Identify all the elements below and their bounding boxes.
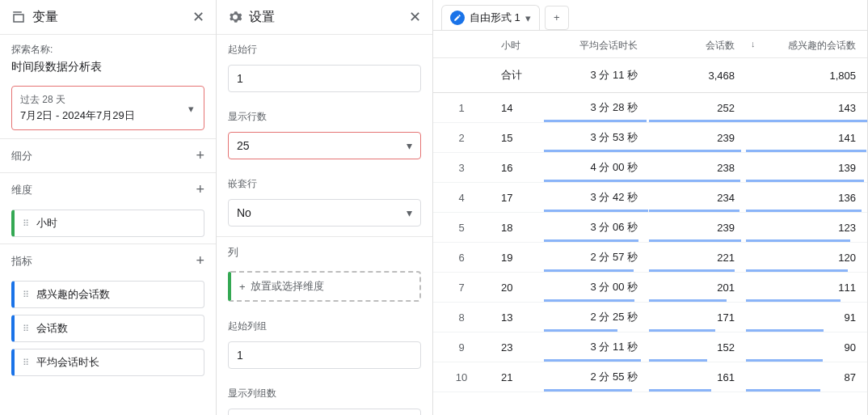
- cell-sessions: 152: [649, 332, 746, 362]
- metric-chip[interactable]: ⠿会话数: [11, 315, 204, 342]
- cell-hour: 21: [490, 362, 544, 392]
- nested-rows-label: 嵌套行: [228, 177, 421, 191]
- cell-index: 1: [433, 93, 490, 123]
- col-header-index[interactable]: [433, 31, 490, 58]
- start-col-group-input[interactable]: 1: [228, 341, 421, 369]
- metric-chip[interactable]: ⠿平均会话时长: [11, 349, 204, 376]
- col-header-sessions[interactable]: 会话数: [649, 31, 746, 58]
- add-tab-button[interactable]: +: [545, 6, 569, 30]
- cell-duration: 3 分 06 秒: [544, 213, 649, 243]
- data-table: 小时 平均会话时长 会话数 感兴趣的会话数 合计 3 分 11 秒 3,468 …: [433, 31, 867, 392]
- chip-label: 平均会话时长: [36, 355, 99, 370]
- add-dimension-button[interactable]: +: [196, 181, 204, 198]
- metric-chip[interactable]: ⠿感兴趣的会话数: [11, 281, 204, 308]
- add-segment-button[interactable]: +: [196, 147, 204, 164]
- cell-index: 9: [433, 332, 490, 362]
- segments-label: 细分: [11, 149, 32, 163]
- column-drop-target[interactable]: + 放置或选择维度: [228, 271, 421, 302]
- dimensions-section: 维度 +: [0, 172, 216, 206]
- tab-freeform[interactable]: 自由形式 1 ▾: [441, 5, 540, 30]
- metrics-section: 指标 +: [0, 243, 216, 277]
- table-row[interactable]: 9233 分 11 秒15290: [433, 332, 867, 362]
- cell-engaged: 90: [746, 332, 867, 362]
- grip-icon: ⠿: [23, 290, 30, 300]
- cell-hour: 23: [490, 332, 544, 362]
- chevron-down-icon: ▾: [188, 102, 194, 114]
- table-row[interactable]: 7203 分 00 秒201111: [433, 273, 867, 303]
- grip-icon: ⠿: [23, 358, 30, 368]
- explore-name-value[interactable]: 时间段数据分析表: [11, 60, 204, 74]
- variables-header: 变量 ✕: [0, 0, 216, 35]
- date-range-picker[interactable]: 过去 28 天 7月2日 - 2024年7月29日 ▾: [11, 86, 204, 130]
- cell-duration: 3 分 28 秒: [544, 93, 649, 123]
- cell-sessions: 239: [649, 213, 746, 243]
- cell-index: 6: [433, 243, 490, 273]
- columns-label: 列: [228, 245, 238, 260]
- col-header-duration[interactable]: 平均会话时长: [544, 31, 649, 58]
- cell-index: 7: [433, 273, 490, 303]
- chevron-down-icon: ▾: [407, 139, 412, 152]
- tab-bar: 自由形式 1 ▾ +: [433, 0, 867, 31]
- table-row[interactable]: 5183 分 06 秒239123: [433, 213, 867, 243]
- close-icon[interactable]: ✕: [192, 8, 204, 26]
- nested-rows-value: No: [237, 206, 251, 219]
- chevron-down-icon[interactable]: ▾: [525, 12, 531, 24]
- chip-label: 感兴趣的会话数: [36, 287, 110, 302]
- cell-hour: 14: [490, 93, 544, 123]
- col-header-hour[interactable]: 小时: [490, 31, 544, 58]
- cell-sessions: 171: [649, 303, 746, 332]
- cell-engaged: 111: [746, 273, 867, 303]
- cell-sessions: 252: [649, 93, 746, 123]
- explore-name-section: 探索名称: 时间段数据分析表: [0, 35, 216, 83]
- drop-text: 放置或选择维度: [251, 279, 324, 294]
- chevron-down-icon: ▾: [407, 206, 412, 219]
- nested-rows-select[interactable]: No ▾: [228, 199, 421, 227]
- table-row[interactable]: 8132 分 25 秒17191: [433, 303, 867, 332]
- dimension-chip-hour[interactable]: ⠿ 小时: [11, 210, 204, 237]
- columns-section: 列: [217, 236, 432, 268]
- variables-panel: 变量 ✕ 探索名称: 时间段数据分析表 过去 28 天 7月2日 - 2024年…: [0, 0, 217, 415]
- visualization-panel: 自由形式 1 ▾ + 小时 平均会话时长 会话数 感兴趣的会话数 合计 3 分 …: [433, 0, 868, 415]
- cell-index: 4: [433, 183, 490, 213]
- cell-engaged: 87: [746, 362, 867, 392]
- add-metric-button[interactable]: +: [196, 252, 204, 269]
- cell-hour: 18: [490, 213, 544, 243]
- settings-panel: 设置 ✕ 起始行 1 显示行数 25 ▾ 嵌套行 No ▾ 列 + 放置或选择维…: [217, 0, 433, 415]
- show-rows-select[interactable]: 25 ▾: [228, 132, 421, 159]
- table-row[interactable]: 2153 分 53 秒239141: [433, 123, 867, 153]
- date-range-label: 过去 28 天: [20, 93, 196, 107]
- grip-icon: ⠿: [23, 218, 30, 229]
- cell-duration: 2 分 55 秒: [544, 362, 649, 392]
- start-row-label: 起始行: [228, 43, 421, 57]
- start-row-input[interactable]: 1: [228, 65, 421, 92]
- table-row[interactable]: 10212 分 55 秒16187: [433, 362, 867, 392]
- totals-duration: 3 分 11 秒: [544, 58, 649, 93]
- cell-engaged: 120: [746, 243, 867, 273]
- tab-label: 自由形式 1: [470, 11, 520, 25]
- layers-icon: [11, 10, 26, 24]
- start-col-group-label: 起始列组: [228, 320, 421, 333]
- pencil-icon: [450, 11, 465, 25]
- gear-icon: [228, 10, 242, 24]
- table-row[interactable]: 1143 分 28 秒252143: [433, 93, 867, 123]
- show-rows-value: 25: [237, 139, 250, 152]
- table-row[interactable]: 3164 分 00 秒238139: [433, 153, 867, 183]
- totals-row: 合计 3 分 11 秒 3,468 1,805: [433, 58, 867, 93]
- cell-duration: 3 分 42 秒: [544, 183, 649, 213]
- variables-title: 变量: [32, 9, 58, 26]
- date-range-value: 7月2日 - 2024年7月29日: [20, 108, 196, 123]
- show-col-groups-select[interactable]: 5 ▾: [228, 409, 421, 415]
- dimensions-label: 维度: [11, 183, 32, 197]
- cell-sessions: 221: [649, 243, 746, 273]
- col-header-engaged[interactable]: 感兴趣的会话数: [746, 31, 867, 58]
- cell-duration: 4 分 00 秒: [544, 153, 649, 183]
- show-col-groups-label: 显示列组数: [228, 387, 421, 400]
- close-icon[interactable]: ✕: [409, 8, 421, 26]
- cell-duration: 2 分 57 秒: [544, 243, 649, 273]
- cell-engaged: 141: [746, 123, 867, 153]
- cell-duration: 3 分 53 秒: [544, 123, 649, 153]
- table-row[interactable]: 4173 分 42 秒234136: [433, 183, 867, 213]
- cell-duration: 2 分 25 秒: [544, 303, 649, 332]
- table-row[interactable]: 6192 分 57 秒221120: [433, 243, 867, 273]
- settings-title: 设置: [249, 9, 275, 26]
